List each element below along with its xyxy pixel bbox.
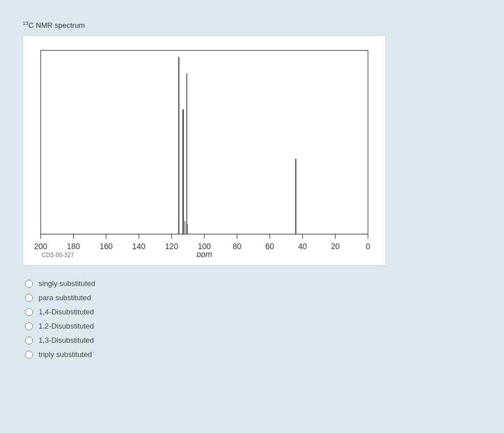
radio-para-substituted[interactable] (25, 294, 33, 302)
option-item-1[interactable]: singly substituted (25, 279, 481, 288)
label-triply-substituted: triply substituted (39, 350, 92, 359)
radio-singly-substituted[interactable] (25, 280, 33, 288)
label-12-disubstituted: 1,2-Disubstituted (39, 322, 94, 330)
option-item-4[interactable]: 1,2-Disubstituted (25, 322, 481, 330)
svg-text:120: 120 (165, 242, 178, 251)
page-container: 13C NMR spectrum (11, 11, 493, 368)
label-para-substituted: para substituted (39, 293, 91, 302)
svg-text:140: 140 (132, 242, 145, 251)
svg-text:160: 160 (99, 242, 112, 251)
carbon-13-superscript: 13 (23, 20, 28, 26)
title-text: C NMR spectrum (28, 21, 85, 30)
radio-12-disubstituted[interactable] (25, 322, 33, 330)
svg-text:80: 80 (233, 242, 241, 251)
svg-text:180: 180 (67, 242, 80, 251)
svg-text:40: 40 (298, 242, 306, 251)
svg-rect-0 (41, 51, 368, 234)
svg-text:200: 200 (35, 242, 47, 251)
option-item-6[interactable]: triply substituted (25, 350, 481, 359)
svg-text:0: 0 (366, 242, 370, 251)
label-14-disubstituted: 1,4-Disubstituted (39, 308, 94, 316)
option-item-3[interactable]: 1,4-Disubstituted (25, 308, 481, 316)
spectrum-title: 13C NMR spectrum (23, 20, 481, 30)
radio-14-disubstituted[interactable] (25, 308, 33, 316)
label-singly-substituted: singly substituted (39, 279, 95, 288)
svg-text:20: 20 (331, 242, 339, 251)
spectrum-card: 200 180 160 140 120 100 80 60 40 20 0 CD… (23, 35, 386, 266)
spectrum-chart-area: 200 180 160 140 120 100 80 60 40 20 0 CD… (35, 47, 374, 257)
svg-text:CDS-00-327: CDS-00-327 (42, 252, 74, 257)
option-item-2[interactable]: para substituted (25, 293, 481, 302)
radio-13-disubstituted[interactable] (25, 337, 33, 344)
spectrum-svg: 200 180 160 140 120 100 80 60 40 20 0 CD… (35, 47, 374, 257)
option-item-5[interactable]: 1,3-Disubstituted (25, 336, 481, 344)
svg-text:ppm: ppm (196, 250, 212, 258)
svg-text:60: 60 (266, 242, 274, 251)
label-13-disubstituted: 1,3-Disubstituted (39, 336, 94, 344)
radio-triply-substituted[interactable] (25, 351, 33, 359)
options-list: singly substituted para substituted 1,4-… (23, 279, 481, 359)
